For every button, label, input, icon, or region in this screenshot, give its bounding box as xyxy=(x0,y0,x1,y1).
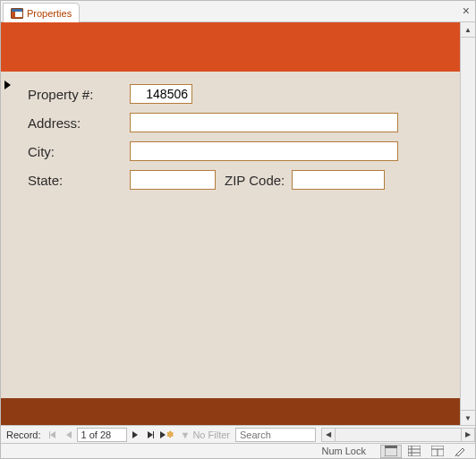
funnel-icon: ▼ xyxy=(181,429,191,440)
form-icon xyxy=(11,8,23,19)
label-property-num: Property #: xyxy=(28,87,130,102)
svg-rect-1 xyxy=(385,446,397,448)
scroll-down-button[interactable]: ▼ xyxy=(461,410,475,425)
scroll-right-button[interactable]: ▶ xyxy=(461,428,475,442)
label-state: State: xyxy=(28,173,130,188)
form-footer-band xyxy=(1,398,460,425)
prev-record-button[interactable] xyxy=(61,427,77,443)
design-view-icon xyxy=(455,446,467,456)
label-city: City: xyxy=(28,144,130,159)
tab-bar: Properties × xyxy=(1,1,475,22)
current-record-icon xyxy=(4,81,11,89)
record-selector[interactable] xyxy=(1,72,15,398)
design-view-button[interactable] xyxy=(450,445,472,458)
record-position[interactable]: 1 of 28 xyxy=(77,428,127,442)
form-inner: Property #: Address: City: State: ZIP Co… xyxy=(1,22,460,425)
scroll-track[interactable] xyxy=(461,38,475,410)
vertical-scrollbar[interactable]: ▲ ▼ xyxy=(460,22,475,425)
numlock-indicator: Num Lock xyxy=(321,446,366,456)
form-view-button[interactable] xyxy=(380,445,402,458)
city-field[interactable] xyxy=(130,141,398,161)
scroll-left-button[interactable]: ◀ xyxy=(321,428,336,442)
filter-indicator[interactable]: ▼ No Filter xyxy=(181,429,230,440)
svg-line-9 xyxy=(455,455,456,456)
record-nav-bar: Record: 1 of 28 ✽ ▼ No Filter Search ◀ ▶ xyxy=(1,425,475,443)
form-panel: Property #: Address: City: State: ZIP Co… xyxy=(1,22,475,425)
form-body: Property #: Address: City: State: ZIP Co… xyxy=(15,72,460,398)
form-view-icon xyxy=(385,446,397,456)
label-zip: ZIP Code: xyxy=(225,173,285,188)
horizontal-scrollbar[interactable]: ◀ ▶ xyxy=(321,428,475,442)
scroll-up-button[interactable]: ▲ xyxy=(461,22,475,38)
layout-view-icon xyxy=(431,446,444,456)
zip-field[interactable] xyxy=(292,170,385,190)
close-icon[interactable]: × xyxy=(463,4,470,18)
new-record-button[interactable]: ✽ xyxy=(159,427,175,443)
layout-view-button[interactable] xyxy=(427,445,448,458)
form-header-band xyxy=(1,22,460,72)
last-record-button[interactable] xyxy=(143,427,159,443)
next-record-button[interactable] xyxy=(127,427,143,443)
tab-title: Properties xyxy=(27,8,72,19)
search-input[interactable]: Search xyxy=(235,428,316,442)
record-label: Record: xyxy=(1,429,45,440)
hscroll-track[interactable] xyxy=(336,428,461,442)
svg-rect-2 xyxy=(408,446,421,456)
address-field[interactable] xyxy=(130,113,398,132)
label-address: Address: xyxy=(28,115,130,131)
status-bar: Num Lock xyxy=(1,443,475,458)
first-record-button[interactable] xyxy=(45,427,61,443)
filter-label: No Filter xyxy=(192,429,230,440)
datasheet-view-button[interactable] xyxy=(404,445,425,458)
property-num-field[interactable] xyxy=(130,84,192,104)
datasheet-view-icon xyxy=(408,446,421,456)
state-field[interactable] xyxy=(130,170,216,190)
tab-properties[interactable]: Properties xyxy=(3,3,80,22)
